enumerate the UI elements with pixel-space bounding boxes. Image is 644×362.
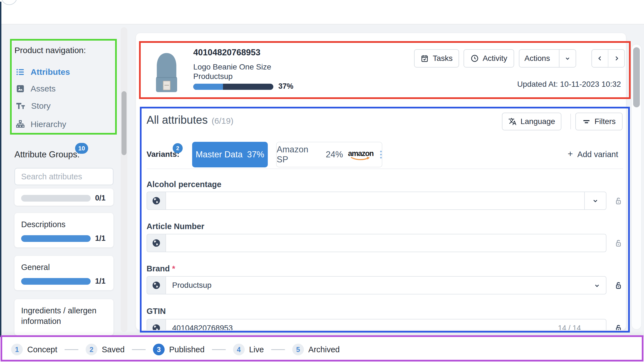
- toolbar-divider: [570, 114, 571, 129]
- step-concept[interactable]: 1 Concept: [11, 344, 57, 355]
- variant-tab-amazon-sp[interactable]: Amazon SP 24% amazon: [276, 142, 382, 167]
- step-connector: [271, 349, 285, 350]
- tasks-button[interactable]: Tasks: [414, 49, 459, 68]
- variant-menu-ellipsis[interactable]: [380, 151, 382, 158]
- variant-tab-master-data[interactable]: Master Data 37%: [192, 142, 268, 167]
- step-number: 4: [233, 344, 245, 355]
- lock-open-icon: [614, 238, 623, 248]
- step-label: Published: [169, 345, 204, 354]
- field-row-alcohol-percentage: [147, 192, 623, 210]
- amazon-swoosh-icon: [351, 157, 370, 161]
- hierarchy-icon: [16, 120, 25, 129]
- step-label: Concept: [27, 345, 57, 354]
- group-title: General: [14, 256, 113, 272]
- globe-icon: [152, 196, 161, 205]
- brand-select-input[interactable]: [166, 277, 606, 294]
- filters-button-label: Filters: [595, 117, 616, 126]
- tasks-button-label: Tasks: [433, 54, 453, 63]
- chevron-left-icon: [596, 55, 604, 62]
- alcohol-percentage-input[interactable]: [166, 192, 584, 209]
- step-label: Saved: [102, 345, 125, 354]
- brand-lock[interactable]: [614, 276, 623, 294]
- chevron-down-icon: [591, 197, 599, 205]
- alcohol-percentage-unit-dropdown[interactable]: [585, 192, 606, 210]
- globe-icon: [152, 239, 161, 247]
- gtin-char-counter: 14 / 14: [558, 324, 581, 330]
- group-progress-track: [21, 195, 91, 202]
- article-number-input[interactable]: [166, 234, 606, 252]
- sidebar-item-hierarchy[interactable]: Hierarchy: [16, 118, 66, 130]
- attribute-group-card-ingredients[interactable]: Ingredients / allergen information: [14, 299, 113, 335]
- step-published[interactable]: 3 Published: [153, 344, 204, 355]
- step-live[interactable]: 4 Live: [233, 344, 264, 355]
- language-button[interactable]: Language: [502, 113, 561, 130]
- lock-open-icon: [614, 196, 623, 205]
- product-brand: Productsup: [193, 72, 233, 81]
- product-name: Logo Beanie One Size: [193, 63, 271, 71]
- group-progress-track: [21, 278, 91, 285]
- text-fields-icon: [16, 101, 26, 111]
- sidebar-scrollbar-thumb[interactable]: [122, 91, 127, 155]
- chevron-down-icon: [593, 282, 601, 289]
- calendar-check-icon: [420, 54, 429, 63]
- left-accent-bar: [0, 2, 1, 362]
- completeness-percent: 37%: [278, 82, 293, 91]
- lock-open-icon: [614, 281, 623, 290]
- sidebar-item-label: Story: [31, 101, 51, 111]
- attribute-group-card-descriptions[interactable]: Descriptions 1/1: [14, 213, 113, 247]
- alcohol-percentage-input-wrap: [165, 192, 585, 210]
- activity-button[interactable]: Activity: [464, 49, 514, 68]
- brand-select-wrap: [165, 276, 606, 294]
- all-attributes-title: All attributes(6/19): [147, 114, 233, 126]
- globe-scope-button[interactable]: [147, 192, 165, 210]
- article-number-input-wrap: [165, 234, 606, 252]
- clock-icon: [470, 54, 479, 63]
- sidebar-item-label: Assets: [31, 84, 56, 93]
- filters-button[interactable]: Filters: [575, 113, 623, 130]
- field-label-alcohol-percentage: Alcohol percentage: [147, 180, 224, 189]
- gtin-input[interactable]: [166, 319, 606, 330]
- attribute-group-card-general[interactable]: General 1/1: [14, 256, 113, 290]
- globe-scope-button[interactable]: [147, 234, 165, 252]
- globe-icon: [152, 281, 161, 290]
- step-connector: [212, 349, 226, 350]
- sidebar-item-assets[interactable]: Assets: [16, 83, 56, 95]
- group-title: Ingredients / allergen information: [14, 299, 113, 326]
- add-variant-button[interactable]: + Add variant: [568, 150, 618, 159]
- actions-dropdown-toggle[interactable]: [559, 50, 576, 67]
- next-product-button[interactable]: [608, 50, 624, 67]
- step-connector: [65, 349, 78, 350]
- group-progress-count: 1/1: [95, 234, 106, 243]
- group-progress-count: 0/1: [95, 194, 106, 202]
- gtin-lock[interactable]: [614, 319, 623, 330]
- completeness-progress-bar: [193, 84, 273, 90]
- activity-button-label: Activity: [483, 54, 507, 63]
- actions-button[interactable]: Actions: [519, 49, 576, 68]
- attribute-groups-count-badge: 10: [75, 143, 88, 154]
- step-saved[interactable]: 2 Saved: [86, 344, 125, 355]
- sidebar-scrollbar-track[interactable]: [121, 27, 127, 332]
- article-number-lock[interactable]: [614, 234, 623, 252]
- alcohol-percentage-lock[interactable]: [614, 192, 623, 210]
- main-scrollbar-thumb[interactable]: [633, 47, 640, 107]
- sidebar-item-story[interactable]: Story: [16, 100, 51, 112]
- language-button-label: Language: [521, 117, 555, 126]
- plus-icon: +: [568, 150, 573, 159]
- product-image-beanie: [153, 51, 180, 94]
- globe-scope-button[interactable]: [147, 319, 165, 330]
- attribute-groups-heading: Attribute Groups:: [14, 150, 80, 160]
- brand-select-toggle[interactable]: [593, 282, 601, 291]
- product-sku: 40104820768953: [193, 48, 260, 58]
- chevron-right-icon: [613, 55, 620, 62]
- sidebar-item-attributes[interactable]: Attributes: [16, 66, 70, 78]
- globe-scope-button[interactable]: [147, 276, 165, 294]
- search-attributes-input[interactable]: [14, 168, 113, 185]
- product-detail-card: 40104820768953 Logo Beanie One Size Prod…: [136, 33, 626, 330]
- lock-open-icon: [614, 323, 623, 330]
- attribute-group-card[interactable]: 0/1: [14, 189, 113, 206]
- previous-product-button[interactable]: [592, 50, 608, 67]
- group-progress-count: 1/1: [95, 277, 106, 286]
- field-label-article-number: Article Number: [147, 222, 207, 231]
- step-archived[interactable]: 5 Archived: [292, 344, 340, 355]
- step-number: 1: [11, 344, 23, 355]
